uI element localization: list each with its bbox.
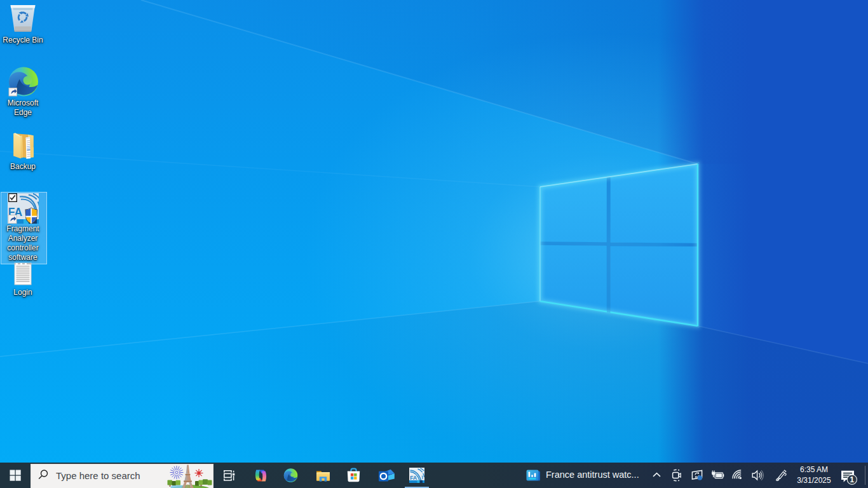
svg-text:FA: FA: [410, 475, 417, 481]
svg-text:1: 1: [850, 475, 854, 484]
